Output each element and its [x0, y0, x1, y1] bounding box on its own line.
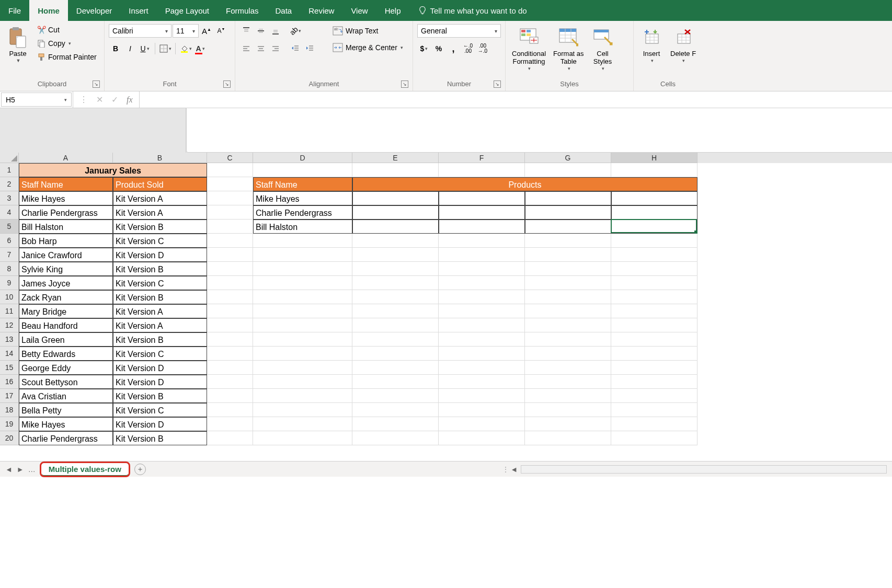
cell-styles-button[interactable]: Cell Styles▾: [589, 23, 616, 72]
borders-button[interactable]: ▾: [158, 42, 172, 55]
cell-G18[interactable]: [525, 403, 611, 417]
increase-indent-button[interactable]: [303, 42, 317, 55]
cell-A16[interactable]: Scout Bettyson: [19, 375, 113, 389]
cell-G14[interactable]: [525, 347, 611, 361]
cell-A1[interactable]: January Sales: [19, 163, 207, 177]
number-dialog-launcher[interactable]: ↘: [494, 80, 501, 88]
align-bottom-button[interactable]: [269, 24, 282, 38]
cell-H20[interactable]: [611, 431, 697, 445]
cell-C12[interactable]: [207, 318, 253, 332]
cell-D5[interactable]: Bill Halston: [253, 220, 352, 234]
fill-color-button[interactable]: ▾: [179, 42, 192, 55]
decrease-indent-button[interactable]: [289, 42, 302, 55]
cell-A9[interactable]: James Joyce: [19, 276, 113, 290]
row-header-14[interactable]: 14: [0, 347, 19, 361]
cell-D3[interactable]: Mike Hayes: [253, 191, 352, 205]
accounting-format-button[interactable]: $▾: [417, 42, 431, 55]
align-middle-button[interactable]: [254, 24, 268, 38]
col-header-F[interactable]: F: [439, 153, 525, 163]
clipboard-dialog-launcher[interactable]: ↘: [93, 80, 100, 88]
cell-B5[interactable]: Kit Version B: [113, 220, 207, 234]
cell-H15[interactable]: [611, 361, 697, 375]
cell-B12[interactable]: Kit Version A: [113, 318, 207, 332]
increase-decimal-button[interactable]: ←.0.00: [461, 42, 475, 55]
row-header-11[interactable]: 11: [0, 304, 19, 318]
cell-D18[interactable]: [253, 403, 352, 417]
cell-G7[interactable]: [525, 248, 611, 262]
cell-A19[interactable]: Mike Hayes: [19, 417, 113, 431]
column-headers[interactable]: ABCDEFGH: [19, 153, 892, 163]
cell-F20[interactable]: [439, 431, 525, 445]
row-header-16[interactable]: 16: [0, 375, 19, 389]
row-header-13[interactable]: 13: [0, 332, 19, 347]
cell-D20[interactable]: [253, 431, 352, 445]
cell-B4[interactable]: Kit Version A: [113, 205, 207, 220]
cell-E18[interactable]: [352, 403, 439, 417]
cell-C3[interactable]: [207, 191, 253, 205]
cell-D6[interactable]: [253, 234, 352, 248]
cell-E1[interactable]: [352, 163, 439, 177]
col-header-D[interactable]: D: [253, 153, 352, 163]
cell-A17[interactable]: Ava Cristian: [19, 389, 113, 403]
cell-D17[interactable]: [253, 389, 352, 403]
row-header-19[interactable]: 19: [0, 417, 19, 431]
cell-B7[interactable]: Kit Version D: [113, 248, 207, 262]
cell-D4[interactable]: Charlie Pendergrass: [253, 205, 352, 220]
align-top-button[interactable]: [239, 24, 253, 38]
ribbon-tab-home[interactable]: Home: [29, 0, 68, 21]
cell-E15[interactable]: [352, 361, 439, 375]
cell-H10[interactable]: [611, 290, 697, 304]
cell-grid[interactable]: January SalesStaff NameProduct SoldStaff…: [19, 163, 892, 445]
sheet-nav-first-button[interactable]: ◄: [5, 465, 13, 474]
cell-B14[interactable]: Kit Version C: [113, 347, 207, 361]
cell-F9[interactable]: [439, 276, 525, 290]
cell-H4[interactable]: [611, 205, 697, 220]
font-size-combo[interactable]: 11▾: [173, 24, 199, 38]
sheet-tab-active[interactable]: Multiple values-row: [41, 463, 129, 476]
insert-cells-button[interactable]: Insert▾: [638, 23, 665, 64]
bold-button[interactable]: B: [109, 42, 122, 55]
cell-C15[interactable]: [207, 361, 253, 375]
horizontal-scrollbar[interactable]: [521, 465, 887, 474]
cell-B3[interactable]: Kit Version A: [113, 191, 207, 205]
cell-A3[interactable]: Mike Hayes: [19, 191, 113, 205]
cell-C20[interactable]: [207, 431, 253, 445]
alignment-dialog-launcher[interactable]: ↘: [401, 80, 408, 88]
increase-font-button[interactable]: A▲: [200, 24, 213, 38]
cell-G4[interactable]: [525, 205, 611, 220]
cell-B15[interactable]: Kit Version D: [113, 361, 207, 375]
col-header-G[interactable]: G: [525, 153, 611, 163]
row-header-3[interactable]: 3: [0, 191, 19, 205]
cell-E6[interactable]: [352, 234, 439, 248]
tell-me-search[interactable]: Tell me what you want to do: [409, 0, 535, 21]
cell-H11[interactable]: [611, 304, 697, 318]
cell-F5[interactable]: [439, 220, 525, 234]
col-header-C[interactable]: C: [207, 153, 253, 163]
cell-E3[interactable]: [352, 191, 439, 205]
cell-G6[interactable]: [525, 234, 611, 248]
cell-G11[interactable]: [525, 304, 611, 318]
cell-G9[interactable]: [525, 276, 611, 290]
ribbon-tab-data[interactable]: Data: [267, 0, 301, 21]
ribbon-tab-view[interactable]: View: [342, 0, 376, 21]
cell-D15[interactable]: [253, 361, 352, 375]
cell-E19[interactable]: [352, 417, 439, 431]
col-header-B[interactable]: B: [113, 153, 207, 163]
row-header-7[interactable]: 7: [0, 248, 19, 262]
row-header-1[interactable]: 1: [0, 163, 19, 177]
cell-C16[interactable]: [207, 375, 253, 389]
font-dialog-launcher[interactable]: ↘: [223, 80, 231, 88]
cell-B13[interactable]: Kit Version B: [113, 332, 207, 347]
cell-G17[interactable]: [525, 389, 611, 403]
cell-E12[interactable]: [352, 318, 439, 332]
ribbon-tab-help[interactable]: Help: [376, 0, 409, 21]
comma-button[interactable]: ,: [447, 42, 460, 55]
col-header-A[interactable]: A: [19, 153, 113, 163]
format-painter-button[interactable]: Format Painter: [35, 51, 99, 63]
cell-A20[interactable]: Charlie Pendergrass: [19, 431, 113, 445]
row-header-2[interactable]: 2: [0, 177, 19, 191]
cell-G1[interactable]: [525, 163, 611, 177]
cell-E20[interactable]: [352, 431, 439, 445]
cell-F17[interactable]: [439, 389, 525, 403]
col-header-H[interactable]: H: [611, 153, 697, 163]
